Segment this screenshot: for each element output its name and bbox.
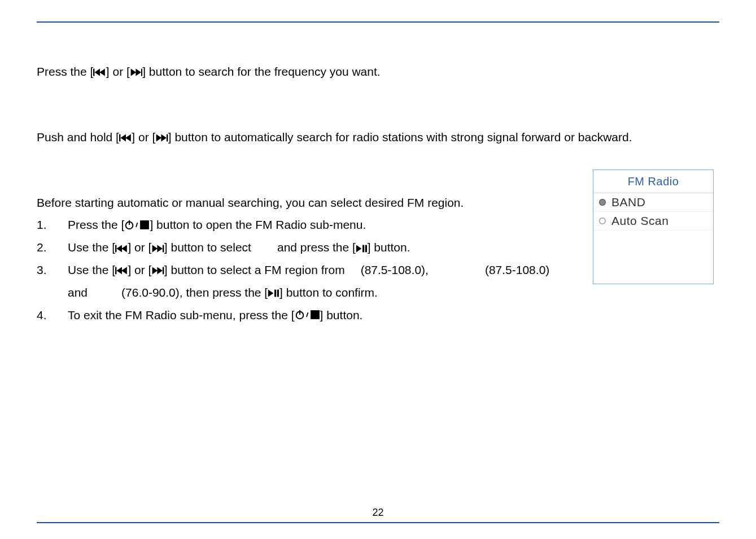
text-frag: ] or [	[128, 259, 151, 281]
svg-rect-16	[115, 245, 116, 252]
text-frag: Push and hold [	[37, 127, 119, 148]
menu-item-label: BAND	[611, 195, 645, 209]
svg-marker-10	[161, 134, 167, 142]
previous-track-icon	[119, 127, 132, 148]
document-page: Press the [ ] or [ ] button to search fo…	[0, 0, 756, 539]
text-frag: (87.5-108.0)	[485, 259, 549, 281]
text-frag: (87.5-108.0),	[361, 259, 429, 281]
text-frag: (76.0-90.0), then press the [	[121, 282, 268, 303]
svg-rect-13	[129, 220, 130, 225]
svg-marker-22	[356, 245, 362, 252]
text-frag: ] button.	[368, 237, 410, 258]
text-frag: ] button to select a FM region from	[164, 259, 345, 281]
paragraph-auto-search: Push and hold [ ] or [ ] button to autom…	[37, 127, 720, 148]
text-frag: Before starting automatic or manual sear…	[37, 192, 464, 214]
page-number: 22	[0, 507, 756, 519]
text-frag: ] button.	[320, 305, 363, 326]
text-frag: ] or [	[128, 237, 151, 258]
power-stop-icon	[124, 220, 150, 230]
menu-item-autoscan: Auto Scan	[593, 212, 713, 231]
svg-marker-1	[100, 69, 106, 76]
text-frag: ] button to select	[164, 237, 251, 258]
svg-marker-28	[152, 267, 158, 275]
next-track-icon	[155, 127, 168, 148]
svg-rect-0	[93, 69, 94, 76]
text-frag: ] button to confirm.	[279, 282, 378, 303]
step-4: 4. To exit the FM Radio sub-menu, press …	[37, 305, 720, 326]
svg-rect-36	[306, 312, 308, 317]
next-track-icon	[151, 237, 164, 258]
play-pause-icon	[356, 237, 368, 258]
power-stop-icon	[295, 310, 320, 320]
text-frag: ] button to automatically search for rad…	[168, 127, 632, 148]
next-track-icon	[151, 259, 164, 281]
text-frag: Use the [	[68, 237, 115, 258]
svg-rect-23	[362, 245, 364, 252]
svg-marker-29	[158, 267, 163, 275]
svg-marker-3	[130, 69, 136, 76]
text-frag: and	[68, 282, 88, 303]
step-number: 1.	[37, 214, 68, 236]
step-3-line2: and (76.0-90.0), then press the [ ] butt…	[37, 282, 720, 303]
svg-marker-27	[116, 267, 122, 275]
step-number: 3.	[37, 259, 68, 281]
svg-rect-14	[136, 223, 138, 227]
text-frag: Press the [	[37, 61, 93, 82]
menu-item-band: BAND	[593, 193, 713, 212]
svg-marker-17	[121, 245, 127, 252]
bottom-divider	[37, 522, 719, 523]
menu-item-label: Auto Scan	[611, 214, 668, 228]
svg-rect-37	[311, 311, 320, 320]
next-track-icon	[130, 61, 142, 82]
svg-marker-20	[158, 245, 163, 252]
step-number: 4.	[37, 305, 68, 326]
text-frag: ] or [	[132, 127, 155, 148]
previous-track-icon	[93, 61, 106, 82]
svg-marker-8	[120, 134, 126, 142]
svg-rect-15	[141, 220, 150, 229]
svg-marker-19	[152, 245, 158, 252]
text-frag: ] button to open the FM Radio sub-menu.	[150, 214, 366, 236]
svg-marker-18	[116, 245, 122, 252]
svg-marker-7	[125, 134, 131, 142]
previous-track-icon	[115, 237, 128, 258]
text-frag: To exit the FM Radio sub-menu, press the…	[68, 305, 295, 326]
menu-title: FM Radio	[593, 170, 713, 193]
svg-marker-4	[136, 69, 141, 76]
svg-marker-2	[95, 69, 100, 76]
svg-rect-24	[365, 245, 367, 252]
svg-rect-6	[119, 134, 120, 142]
svg-rect-33	[277, 290, 279, 297]
svg-marker-31	[268, 290, 274, 297]
fm-radio-menu-illustration: FM Radio BAND Auto Scan	[593, 169, 714, 284]
top-divider	[37, 21, 719, 23]
text-frag: ] button to search for the frequency you…	[142, 61, 380, 82]
radio-selected-icon	[599, 199, 606, 206]
svg-rect-25	[115, 267, 116, 275]
paragraph-manual-search: Press the [ ] or [ ] button to search fo…	[37, 61, 720, 82]
text-frag: Press the [	[68, 214, 124, 236]
text-frag: and press the [	[277, 237, 356, 258]
svg-rect-35	[299, 310, 300, 315]
text-frag: ] or [	[106, 61, 130, 82]
text-frag: Use the [	[68, 259, 115, 281]
svg-rect-32	[274, 290, 276, 297]
svg-marker-9	[156, 134, 162, 142]
svg-marker-26	[121, 267, 127, 275]
radio-unselected-icon	[599, 218, 606, 224]
previous-track-icon	[115, 259, 128, 281]
play-pause-icon	[268, 282, 279, 303]
step-number: 2.	[37, 237, 68, 258]
